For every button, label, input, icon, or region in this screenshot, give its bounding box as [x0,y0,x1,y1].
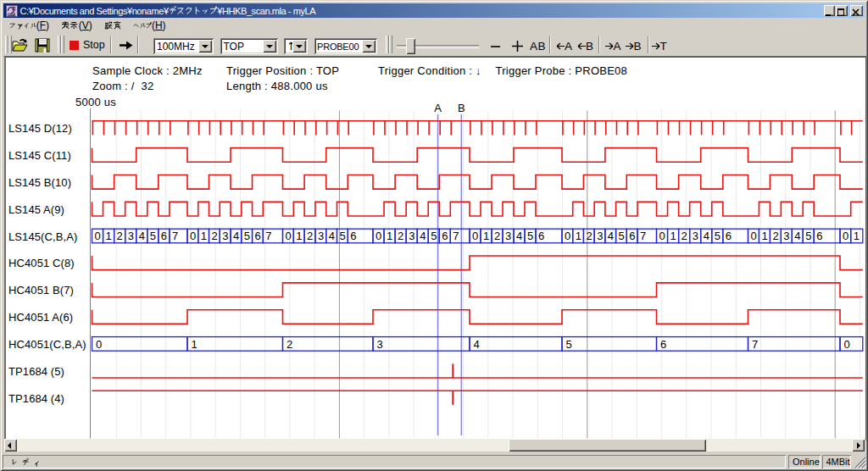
bus-segment-value: 6 [442,230,448,242]
bus-segment-value: 0 [286,230,292,242]
bus-segment-value: 3 [128,230,134,242]
signal-trace [92,283,863,297]
bus-segment-value: 4 [474,338,480,351]
bus-segment-value: 4 [139,230,145,242]
bus-segment-value: 4 [329,230,335,242]
bus-segment-value: 3 [783,230,789,242]
bus-segment-value: 0 [751,230,757,242]
scroll-right-arrow-icon [857,442,860,449]
bus-segment-value: 6 [726,230,732,242]
signal-label: LS145 A(9) [8,203,64,216]
bus-segment-value: 5 [340,230,346,242]
bus-segment-value: 6 [660,338,666,351]
horizontal-scrollbar[interactable] [4,439,865,452]
status-ready-pane [3,455,786,468]
bus-segment-value: 4 [704,230,709,242]
bus-segment-value: 5 [431,230,437,242]
bus-segment-value: 0 [843,230,849,242]
signal-label: LS145 D(12) [8,122,72,135]
bus-segment-value: 2 [117,230,123,242]
bus-segment-box [373,337,470,352]
bus-segment-value: 1 [106,230,112,242]
signal-label: HC4051 A(6) [8,311,73,324]
bus-segment-value: 6 [161,230,167,242]
signal-label: LS145 C(11) [8,149,71,162]
scroll-left-button[interactable] [4,439,17,452]
bus-segment-value: 1 [761,230,767,242]
status-online-pane: Online [788,455,821,468]
bus-segment-value: 0 [565,230,570,242]
status-online-text: Online [793,457,820,467]
bus-segment-box [187,337,283,352]
bus-segment-value: 1 [296,230,302,242]
bus-segment-value: 3 [409,230,415,242]
bus-segment-box [657,337,748,352]
bus-segment-value: 0 [472,230,478,242]
bus-segment-value: 2 [586,230,592,242]
bus-segment-value: 1 [854,230,860,242]
bus-segment-value: 4 [233,230,239,242]
bus-segment-value: 2 [287,338,292,351]
waveform-plot[interactable]: AB01234567012345670123456012345670123456… [0,0,868,471]
bus-segment-value: 3 [318,230,324,242]
bus-segment-value: 5 [805,230,811,242]
scroll-right-button[interactable] [852,439,865,452]
bus-segment-box [748,337,841,352]
status-bar: Online 4MBit [2,453,866,469]
bus-segment-box [92,337,188,352]
bus-segment-value: 1 [201,230,207,242]
bus-segment-value: 1 [387,230,392,242]
bus-segment-value: 2 [494,230,500,242]
bus-segment-box [283,337,374,352]
bus-segment-value: 5 [715,230,721,242]
bus-segment-value: 1 [576,230,581,242]
bus-segment-value: 7 [172,230,178,242]
signal-label: LS145(C,B,A) [8,230,77,243]
signal-label: HC4051 B(7) [8,284,74,296]
bus-segment-value: 5 [244,230,250,242]
bus-segment-value: 2 [682,230,687,242]
signal-trace [92,256,863,270]
bus-segment-value: 3 [377,338,383,351]
signal-trace [92,148,863,163]
resize-grip[interactable] [854,457,866,468]
bus-segment-value: 1 [192,338,198,351]
bus-segment-value: 3 [222,230,228,242]
status-memory-text: 4MBit [826,457,850,467]
bus-segment-value: 2 [212,230,218,242]
bus-segment-value: 0 [659,230,665,242]
signal-trace [92,175,863,190]
signal-trace [92,310,863,324]
bus-segment-value: 2 [772,230,778,242]
bus-segment-value: 5 [527,230,533,242]
bus-segment-value: 5 [619,230,625,242]
bus-segment-value: 2 [307,230,313,242]
bus-segment-value: 5 [150,230,156,242]
bus-segment-value: 1 [670,230,676,242]
cursor-A-label: A [434,102,442,114]
status-memory-pane: 4MBit [822,455,851,468]
scroll-left-arrow-icon [8,442,11,449]
scrollbar-thumb[interactable] [509,439,706,452]
bus-segment-value: 6 [629,230,635,242]
bus-segment-value: 3 [505,230,511,242]
signal-label: HC4051(C,B,A) [8,338,86,351]
bus-segment-value: 4 [794,230,800,242]
bus-segment-box [562,337,657,352]
bus-segment-value: 0 [96,338,102,351]
bus-segment-value: 2 [398,230,403,242]
bus-segment-value: 0 [844,338,850,351]
bus-segment-value: 0 [190,230,196,242]
signal-label: LS145 B(10) [8,176,71,189]
bus-segment-value: 7 [640,230,646,242]
signal-label: TP1684 (4) [8,392,64,405]
bus-segment-box [470,337,562,352]
bus-segment-value: 1 [483,230,489,242]
bus-segment-value: 4 [420,230,426,242]
bus-segment-value: 3 [693,230,698,242]
status-ready-text [7,457,42,468]
bus-segment-value: 4 [516,230,522,242]
bus-segment-value: 7 [453,230,459,242]
bus-segment-value: 4 [608,230,614,242]
signal-trace [92,202,863,216]
